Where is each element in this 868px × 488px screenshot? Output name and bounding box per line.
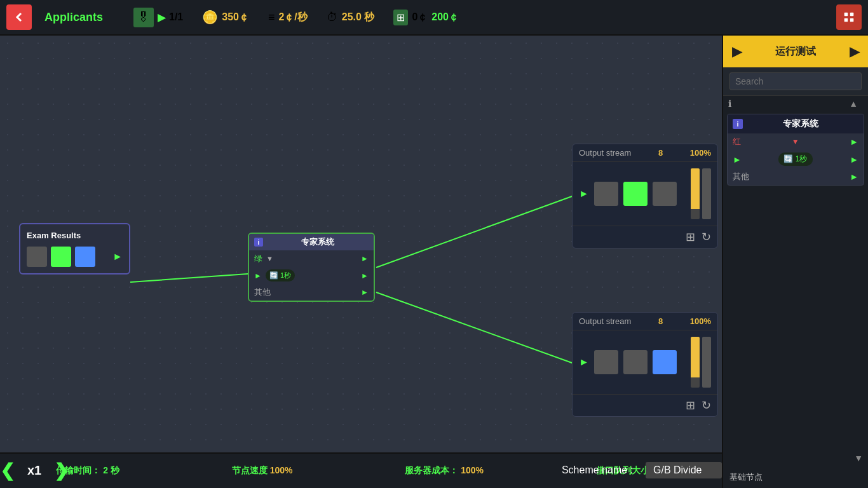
output-top-node: Output stream 8 100% ► ⊞ ↻	[572, 144, 718, 248]
expert-node-label-other: 其他	[254, 287, 271, 298]
timer-value: 25.0 秒	[342, 11, 375, 24]
expert-node-title: 专家系统	[267, 236, 369, 248]
scroll-up-arrow[interactable]: ▲	[849, 98, 863, 109]
progress-section: 🎖 ▶ 1/1	[133, 8, 183, 27]
grid-val: 0￠	[412, 11, 428, 24]
queue-label: 借口队列大小：	[596, 465, 658, 475]
output-top-count: 8	[658, 148, 663, 158]
search-bar	[723, 67, 868, 96]
progress-icon: 🎖	[133, 8, 154, 27]
expert-card-play1[interactable]: ►	[850, 137, 858, 147]
expert-node-label-green: 绿	[254, 253, 262, 264]
output-bottom-title: Output stream	[579, 316, 631, 326]
server-cost-value: 100%	[461, 465, 484, 475]
run-test-next-icon: ▶	[850, 44, 859, 59]
expert-card-play3[interactable]: ►	[850, 172, 858, 182]
expert-node-row3: 其他 ►	[249, 284, 374, 301]
expert-node-play3[interactable]: ►	[361, 288, 369, 297]
panel-top-controls: ℹ ▲	[723, 96, 868, 111]
expert-card-row3: 其他 ►	[728, 168, 864, 185]
expert-node-play1[interactable]: ►	[361, 254, 369, 263]
expert-node-header: i 专家系统	[249, 234, 374, 250]
max-val: 200￠	[431, 11, 459, 24]
rate-icon: ≡	[268, 11, 275, 24]
output-bottom-refresh-icon[interactable]: ↻	[702, 398, 711, 412]
rate-section: ≡ 2￠/秒	[268, 11, 308, 24]
scroll-down-arrow-container: ▼	[723, 450, 868, 466]
output-bottom-bars	[682, 337, 711, 388]
run-test-play-icon: ▶	[732, 44, 742, 59]
back-button[interactable]	[6, 4, 32, 30]
grid-icon-box: ⊞	[393, 10, 408, 25]
base-nodes-label: 基础节点	[723, 466, 868, 488]
coins-section: 🪙 350￠	[202, 10, 249, 25]
output-bottom-play[interactable]: ►	[579, 356, 589, 368]
exam-results-items: ►	[27, 247, 123, 267]
timer-section: ⏱ 25.0 秒	[327, 11, 375, 24]
expert-card-i-badge: i	[733, 119, 743, 129]
stat-bar: 传输时间： 2 秒 节点速度 100% 服务器成本： 100% 借口队列大小： …	[0, 452, 722, 488]
expert-card-label-other: 其他	[733, 171, 749, 182]
output-bottom-body: ►	[573, 330, 717, 394]
expert-card-title: 专家系统	[743, 118, 858, 130]
svg-line-4	[130, 274, 248, 282]
exam-play-button[interactable]: ►	[112, 251, 123, 262]
progress-forward-icon: ▶	[158, 11, 165, 24]
output-top-stack-icon[interactable]: ⊞	[686, 230, 695, 244]
expert-card-row2: ► 🔄 1秒 ►	[728, 150, 864, 168]
expert-card-dropdown-arrow[interactable]: ▼	[792, 137, 799, 146]
node-speed-stat: 节点速度 100%	[232, 465, 293, 477]
timer-icon: ⏱	[327, 11, 338, 24]
queue-value: 5	[661, 465, 666, 475]
svg-line-5	[376, 196, 572, 268]
run-test-bar[interactable]: ▶ 运行测试 ▶	[723, 36, 868, 67]
info-icon[interactable]: ℹ	[728, 98, 731, 109]
output-top-footer: ⊞ ↻	[573, 226, 717, 248]
output-bottom-footer: ⊞ ↻	[573, 394, 717, 416]
expert-card-timer: 🔄 1秒	[778, 152, 812, 166]
expert-card-play2b: ►	[850, 154, 858, 165]
transfer-time-value: 2 秒	[103, 465, 119, 475]
output-bottom-header: Output stream 8 100%	[573, 313, 717, 330]
output-bottom-box1	[594, 350, 618, 374]
scheme-next-button[interactable]: ❯	[54, 460, 69, 481]
output-bottom-box2	[623, 350, 648, 374]
expert-node-dropdown[interactable]: ▼	[266, 255, 273, 262]
svg-rect-3	[850, 18, 854, 22]
run-button[interactable]	[836, 4, 862, 30]
award-icon: 🎖	[137, 10, 150, 25]
search-input[interactable]	[729, 72, 862, 90]
output-bottom-count: 8	[658, 316, 663, 326]
output-bottom-box3	[653, 350, 677, 374]
output-bottom-pct: 100%	[690, 316, 711, 326]
expert-card-header: i 专家系统	[728, 114, 864, 133]
scroll-down-arrow[interactable]: ▼	[854, 453, 863, 463]
output-top-body: ►	[573, 162, 717, 226]
output-top-bar-gray	[702, 168, 711, 219]
output-top-play[interactable]: ►	[579, 188, 589, 200]
output-top-header: Output stream 8 100%	[573, 144, 717, 162]
run-test-label: 运行测试	[775, 45, 816, 58]
rate-value: 2￠/秒	[278, 11, 307, 24]
expert-card-play2[interactable]: ►	[733, 154, 742, 165]
app-title: Applicants	[44, 11, 108, 24]
output-top-bar-yellow	[691, 168, 700, 219]
expert-node-play2[interactable]: ►	[254, 271, 262, 280]
output-bottom-stack-icon[interactable]: ⊞	[686, 398, 695, 412]
svg-rect-0	[844, 13, 848, 17]
svg-line-6	[376, 292, 572, 363]
progress-value: 1/1	[169, 11, 183, 23]
output-top-pct: 100%	[690, 148, 711, 158]
server-cost-label: 服务器成本：	[405, 465, 458, 475]
scheme-prev-button[interactable]: ❮	[0, 460, 15, 481]
coins-value: 350￠	[222, 11, 249, 24]
topbar: Applicants 🎖 ▶ 1/1 🪙 350￠ ≡ 2￠/秒 ⏱ 25.0 …	[0, 0, 868, 36]
canvas-area: Exam Results ► i 专家系统 绿 ▼ ► ► 🔄 1秒 ► 其他	[0, 36, 722, 452]
queue-size-stat: 借口队列大小： 5	[596, 465, 666, 477]
output-top-refresh-icon[interactable]: ↻	[702, 230, 711, 244]
output-top-box2	[623, 182, 648, 206]
expert-node-timer: 🔄 1秒	[266, 269, 295, 281]
output-top-title: Output stream	[579, 148, 631, 158]
expert-node-i-badge: i	[254, 238, 263, 247]
expert-card: i 专家系统 红 ▼ ► ► 🔄 1秒 ► 其他 ►	[727, 114, 864, 186]
